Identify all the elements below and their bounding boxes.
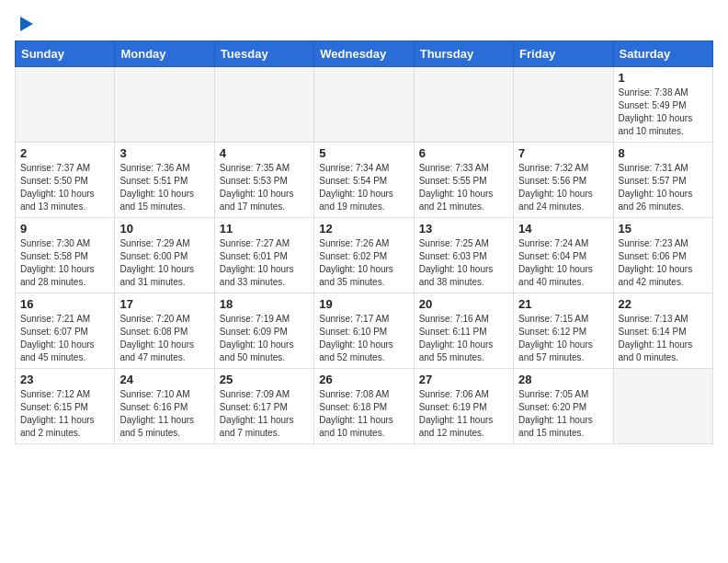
day-info: Sunrise: 7:31 AM Sunset: 5:57 PM Dayligh…: [619, 162, 708, 213]
calendar-day-cell: 20Sunrise: 7:16 AM Sunset: 6:11 PM Dayli…: [414, 293, 513, 369]
day-info: Sunrise: 7:29 AM Sunset: 6:00 PM Dayligh…: [119, 237, 209, 289]
calendar-week-row: 1Sunrise: 7:38 AM Sunset: 5:49 PM Daylig…: [16, 67, 713, 143]
calendar-day-cell: 22Sunrise: 7:13 AM Sunset: 6:14 PM Dayli…: [613, 293, 712, 369]
calendar-day-cell: 16Sunrise: 7:21 AM Sunset: 6:07 PM Dayli…: [16, 293, 115, 369]
day-info: Sunrise: 7:27 AM Sunset: 6:01 PM Dayligh…: [220, 237, 309, 289]
day-info: Sunrise: 7:17 AM Sunset: 6:10 PM Dayligh…: [319, 313, 408, 364]
day-number: 23: [20, 373, 109, 386]
page-header: [15, 15, 713, 33]
day-info: Sunrise: 7:23 AM Sunset: 6:06 PM Dayligh…: [619, 237, 708, 289]
day-of-week-header: Sunday: [16, 41, 115, 67]
day-number: 11: [220, 222, 309, 236]
day-number: 21: [518, 297, 608, 311]
day-number: 10: [119, 222, 209, 236]
calendar-day-cell: 25Sunrise: 7:09 AM Sunset: 6:17 PM Dayli…: [214, 369, 313, 444]
day-number: 20: [419, 297, 508, 311]
day-info: Sunrise: 7:34 AM Sunset: 5:54 PM Dayligh…: [319, 162, 408, 213]
day-info: Sunrise: 7:37 AM Sunset: 5:50 PM Dayligh…: [20, 162, 109, 213]
day-info: Sunrise: 7:16 AM Sunset: 6:11 PM Dayligh…: [419, 313, 508, 364]
calendar-day-cell: 10Sunrise: 7:29 AM Sunset: 6:00 PM Dayli…: [115, 218, 214, 293]
day-info: Sunrise: 7:20 AM Sunset: 6:08 PM Dayligh…: [119, 313, 209, 364]
calendar-header-row: SundayMondayTuesdayWednesdayThursdayFrid…: [16, 41, 713, 67]
day-info: Sunrise: 7:08 AM Sunset: 6:18 PM Dayligh…: [319, 388, 408, 440]
day-of-week-header: Tuesday: [214, 41, 313, 67]
day-info: Sunrise: 7:21 AM Sunset: 6:07 PM Dayligh…: [20, 313, 109, 364]
calendar-day-cell: [414, 67, 513, 143]
calendar-day-cell: 26Sunrise: 7:08 AM Sunset: 6:18 PM Dayli…: [314, 369, 414, 444]
svg-marker-0: [20, 17, 33, 31]
calendar-day-cell: 17Sunrise: 7:20 AM Sunset: 6:08 PM Dayli…: [115, 293, 214, 369]
calendar-day-cell: 5Sunrise: 7:34 AM Sunset: 5:54 PM Daylig…: [314, 143, 414, 218]
day-number: 22: [619, 297, 708, 311]
calendar-day-cell: 4Sunrise: 7:35 AM Sunset: 5:53 PM Daylig…: [214, 143, 313, 218]
day-info: Sunrise: 7:30 AM Sunset: 5:58 PM Dayligh…: [20, 237, 109, 289]
calendar-day-cell: 9Sunrise: 7:30 AM Sunset: 5:58 PM Daylig…: [16, 218, 115, 293]
day-of-week-header: Wednesday: [314, 41, 414, 67]
day-info: Sunrise: 7:36 AM Sunset: 5:51 PM Dayligh…: [119, 162, 209, 213]
day-number: 25: [220, 373, 309, 386]
day-number: 18: [220, 297, 309, 311]
day-info: Sunrise: 7:26 AM Sunset: 6:02 PM Dayligh…: [319, 237, 408, 289]
calendar-day-cell: 23Sunrise: 7:12 AM Sunset: 6:15 PM Dayli…: [16, 369, 115, 444]
calendar-day-cell: [214, 67, 313, 143]
day-info: Sunrise: 7:12 AM Sunset: 6:15 PM Dayligh…: [20, 388, 109, 440]
day-info: Sunrise: 7:10 AM Sunset: 6:16 PM Dayligh…: [119, 388, 209, 440]
calendar-day-cell: 15Sunrise: 7:23 AM Sunset: 6:06 PM Dayli…: [613, 218, 712, 293]
day-info: Sunrise: 7:35 AM Sunset: 5:53 PM Dayligh…: [220, 162, 309, 213]
day-info: Sunrise: 7:33 AM Sunset: 5:55 PM Dayligh…: [419, 162, 508, 213]
calendar-week-row: 16Sunrise: 7:21 AM Sunset: 6:07 PM Dayli…: [16, 293, 713, 369]
calendar-day-cell: 8Sunrise: 7:31 AM Sunset: 5:57 PM Daylig…: [613, 143, 712, 218]
day-number: 12: [319, 222, 408, 236]
day-number: 4: [220, 146, 309, 160]
day-info: Sunrise: 7:09 AM Sunset: 6:17 PM Dayligh…: [220, 388, 309, 440]
calendar-day-cell: 1Sunrise: 7:38 AM Sunset: 5:49 PM Daylig…: [613, 67, 712, 143]
day-number: 9: [20, 222, 109, 236]
calendar-day-cell: 11Sunrise: 7:27 AM Sunset: 6:01 PM Dayli…: [214, 218, 313, 293]
calendar-day-cell: 6Sunrise: 7:33 AM Sunset: 5:55 PM Daylig…: [414, 143, 513, 218]
day-number: 1: [619, 71, 708, 85]
day-number: 13: [419, 222, 508, 236]
calendar-day-cell: 12Sunrise: 7:26 AM Sunset: 6:02 PM Dayli…: [314, 218, 414, 293]
calendar-day-cell: 14Sunrise: 7:24 AM Sunset: 6:04 PM Dayli…: [514, 218, 613, 293]
calendar-day-cell: [514, 67, 613, 143]
calendar-day-cell: 19Sunrise: 7:17 AM Sunset: 6:10 PM Dayli…: [314, 293, 414, 369]
calendar-day-cell: 13Sunrise: 7:25 AM Sunset: 6:03 PM Dayli…: [414, 218, 513, 293]
day-info: Sunrise: 7:13 AM Sunset: 6:14 PM Dayligh…: [619, 313, 708, 364]
day-number: 19: [319, 297, 408, 311]
day-info: Sunrise: 7:19 AM Sunset: 6:09 PM Dayligh…: [220, 313, 309, 364]
day-info: Sunrise: 7:25 AM Sunset: 6:03 PM Dayligh…: [419, 237, 508, 289]
day-number: 16: [20, 297, 109, 311]
day-number: 27: [419, 373, 508, 386]
calendar-day-cell: 27Sunrise: 7:06 AM Sunset: 6:19 PM Dayli…: [414, 369, 513, 444]
day-of-week-header: Friday: [514, 41, 613, 67]
day-number: 14: [518, 222, 608, 236]
calendar-day-cell: [613, 369, 712, 444]
day-number: 7: [518, 146, 608, 160]
day-number: 3: [119, 146, 209, 160]
day-number: 8: [619, 146, 708, 160]
calendar-week-row: 23Sunrise: 7:12 AM Sunset: 6:15 PM Dayli…: [16, 369, 713, 444]
day-number: 24: [119, 373, 209, 386]
day-info: Sunrise: 7:15 AM Sunset: 6:12 PM Dayligh…: [518, 313, 608, 364]
calendar-day-cell: 7Sunrise: 7:32 AM Sunset: 5:56 PM Daylig…: [514, 143, 613, 218]
logo: [15, 15, 35, 33]
calendar-day-cell: 2Sunrise: 7:37 AM Sunset: 5:50 PM Daylig…: [16, 143, 115, 218]
calendar-day-cell: 18Sunrise: 7:19 AM Sunset: 6:09 PM Dayli…: [214, 293, 313, 369]
calendar-table: SundayMondayTuesdayWednesdayThursdayFrid…: [15, 40, 713, 444]
day-number: 15: [619, 222, 708, 236]
calendar-day-cell: [314, 67, 414, 143]
day-info: Sunrise: 7:05 AM Sunset: 6:20 PM Dayligh…: [518, 388, 608, 440]
day-number: 6: [419, 146, 508, 160]
day-of-week-header: Thursday: [414, 41, 513, 67]
day-number: 17: [119, 297, 209, 311]
day-number: 26: [319, 373, 408, 386]
calendar-day-cell: [115, 67, 214, 143]
day-number: 2: [20, 146, 109, 160]
calendar-week-row: 2Sunrise: 7:37 AM Sunset: 5:50 PM Daylig…: [16, 143, 713, 218]
day-number: 5: [319, 146, 408, 160]
calendar-day-cell: 3Sunrise: 7:36 AM Sunset: 5:51 PM Daylig…: [115, 143, 214, 218]
day-number: 28: [518, 373, 608, 386]
calendar-day-cell: 24Sunrise: 7:10 AM Sunset: 6:16 PM Dayli…: [115, 369, 214, 444]
calendar-day-cell: 21Sunrise: 7:15 AM Sunset: 6:12 PM Dayli…: [514, 293, 613, 369]
day-info: Sunrise: 7:32 AM Sunset: 5:56 PM Dayligh…: [518, 162, 608, 213]
